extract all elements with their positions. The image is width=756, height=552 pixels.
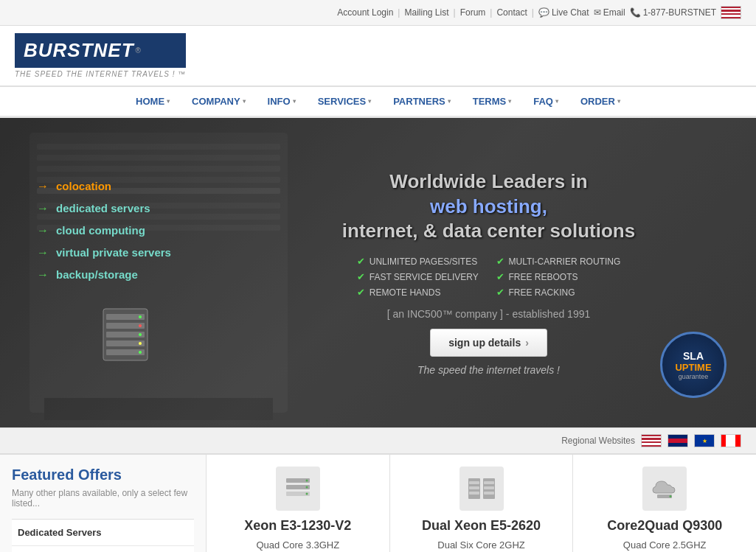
signup-button[interactable]: sign up details › (430, 329, 547, 357)
nav-faq-arrow: ▾ (555, 98, 558, 105)
check-icon-6: ✔ (496, 287, 504, 298)
hero-link-cloud[interactable]: → cloud computing (37, 224, 214, 237)
nav-faq[interactable]: FAQ ▾ (523, 87, 569, 116)
nav-info-arrow: ▾ (293, 98, 296, 105)
hero-main: Worldwide Leaders in web hosting, intern… (236, 133, 741, 413)
product-card-2: Dual Xeon E5-2620 Dual Six Core 2GHZ 32G… (390, 455, 574, 552)
svg-rect-19 (469, 481, 479, 484)
hero-headline: Worldwide Leaders in web hosting, intern… (342, 170, 635, 244)
logo-registered: ® (136, 46, 141, 55)
featured-title: Featured Offers (12, 467, 194, 483)
nav-terms[interactable]: TERMS ▾ (462, 87, 522, 116)
product-name-2: Dual Xeon E5-2620 (422, 518, 541, 534)
email-icon (594, 7, 601, 18)
hero-link-colocation[interactable]: → colocation (37, 180, 214, 193)
feature-free-racking: ✔ FREE RACKING (496, 287, 621, 298)
speed-tagline: The speed the internet travels ! (417, 364, 560, 376)
arrow-green-icon-1: → (37, 202, 49, 215)
product-spec1-1: Quad Core 3.3GHZ (256, 539, 339, 551)
svg-rect-20 (484, 481, 494, 484)
chat-icon (538, 7, 549, 18)
flag-usa[interactable] (721, 6, 741, 19)
nav-services[interactable]: SERVICES ▾ (308, 87, 382, 116)
featured-sidebar: Featured Offers Many other plans availab… (0, 455, 207, 552)
live-chat[interactable]: Live Chat (538, 7, 589, 18)
forum-link[interactable]: Forum (460, 7, 486, 18)
feature-unlimited: ✔ UNLIMITED PAGES/SITES (357, 256, 482, 267)
product-name-3: Core2Quad Q9300 (607, 518, 722, 534)
server-icon-1 (283, 474, 313, 503)
regional-label: Regional Websites (561, 436, 635, 446)
nav-terms-arrow: ▾ (508, 98, 511, 105)
svg-point-16 (305, 493, 308, 495)
flag-uk[interactable] (667, 434, 688, 447)
hero-link-backup[interactable]: → backup/storage (37, 268, 214, 282)
product-card-1: Xeon E3-1230-V2 Quad Core 3.3GHZ 16GB RA… (207, 455, 390, 552)
hero-section: → colocation → dedicated servers → cloud… (0, 118, 756, 427)
features-grid: ✔ UNLIMITED PAGES/SITES ✔ MULTI-CARRIER … (357, 256, 621, 298)
sla-badge: SLA UPTIME guarantee (660, 332, 726, 398)
contact-link[interactable]: Contact (496, 7, 527, 18)
check-icon-2: ✔ (496, 256, 504, 267)
nav-company[interactable]: COMPANY ▾ (181, 87, 255, 116)
nav-home[interactable]: HOME ▾ (125, 87, 180, 116)
flag-canada[interactable] (721, 434, 741, 447)
site-header: BURSTNET ® THE SPEED THE INTERNET TRAVEL… (0, 26, 756, 87)
svg-point-6 (139, 315, 142, 318)
svg-rect-24 (484, 492, 494, 495)
flag-eu[interactable]: ★ (694, 434, 715, 447)
check-icon-3: ✔ (357, 271, 365, 282)
logo-container[interactable]: BURSTNET ® THE SPEED THE INTERNET TRAVEL… (15, 33, 186, 78)
arrow-orange-icon: → (37, 180, 49, 193)
feature-remote-hands: ✔ REMOTE HANDS (357, 287, 482, 298)
guarantee-label: guarantee (679, 373, 709, 380)
product-icon-3 (642, 467, 687, 511)
nav-partners[interactable]: PARTNERS ▾ (383, 87, 461, 116)
signup-arrow-icon: › (525, 337, 529, 349)
arrow-green-icon-4: → (37, 268, 49, 282)
account-login-link[interactable]: Account Login (337, 7, 393, 18)
product-icon-2 (460, 467, 504, 511)
nav-services-arrow: ▾ (368, 98, 371, 105)
hero-content: → colocation → dedicated servers → cloud… (0, 118, 756, 427)
product-card-3: Core2Quad Q9300 Quad Core 2.5GHZ 8GB RAM (573, 455, 756, 552)
svg-point-10 (139, 351, 142, 354)
check-icon-5: ✔ (357, 287, 365, 298)
featured-link-vps[interactable]: Virtual Private Servers (12, 546, 194, 552)
flag-usa-regional[interactable] (641, 434, 662, 447)
logo-burst: BURST (24, 39, 94, 61)
product-spec1-2: Dual Six Core 2GHZ (437, 539, 524, 551)
svg-point-26 (670, 495, 672, 497)
hero-sidebar: → colocation → dedicated servers → cloud… (15, 133, 236, 413)
nav-info[interactable]: INFO ▾ (257, 87, 306, 116)
products-grid: Xeon E3-1230-V2 Quad Core 3.3GHZ 16GB RA… (207, 455, 756, 552)
feature-free-reboots: ✔ FREE REBOOTS (496, 271, 621, 282)
arrow-green-icon-2: → (37, 224, 49, 237)
phone-icon (630, 7, 641, 18)
nav-company-arrow: ▾ (243, 98, 246, 105)
svg-point-9 (139, 342, 142, 345)
email-link[interactable]: Email (594, 7, 625, 18)
nav-order-arrow: ▾ (617, 98, 620, 105)
uptime-label: UPTIME (675, 362, 711, 373)
nav-order[interactable]: ORDER ▾ (570, 87, 631, 116)
hero-link-dedicated[interactable]: → dedicated servers (37, 202, 214, 215)
featured-link-dedicated[interactable]: Dedicated Servers (12, 520, 194, 546)
svg-point-14 (305, 480, 308, 482)
top-bar: Account Login | Mailing List | Forum | C… (0, 0, 756, 26)
logo-box: BURSTNET ® (15, 33, 186, 68)
mailing-list-link[interactable]: Mailing List (404, 7, 448, 18)
check-icon-4: ✔ (496, 271, 504, 282)
svg-point-15 (305, 486, 308, 489)
sla-label: SLA (683, 350, 704, 362)
rack-illustration (37, 305, 214, 366)
hero-subtitle: [ an INC500™ company ] - established 199… (387, 308, 591, 320)
rack-icon (96, 305, 155, 364)
svg-rect-23 (469, 492, 479, 495)
feature-fast-delivery: ✔ FAST SERVICE DELIVERY (357, 271, 482, 282)
product-icon-1 (276, 467, 320, 511)
hero-link-vps[interactable]: → virtual private servers (37, 246, 214, 259)
svg-point-7 (139, 324, 142, 327)
regional-bar: Regional Websites ★ (0, 427, 756, 453)
web-hosting-link[interactable]: web hosting, (430, 195, 547, 217)
